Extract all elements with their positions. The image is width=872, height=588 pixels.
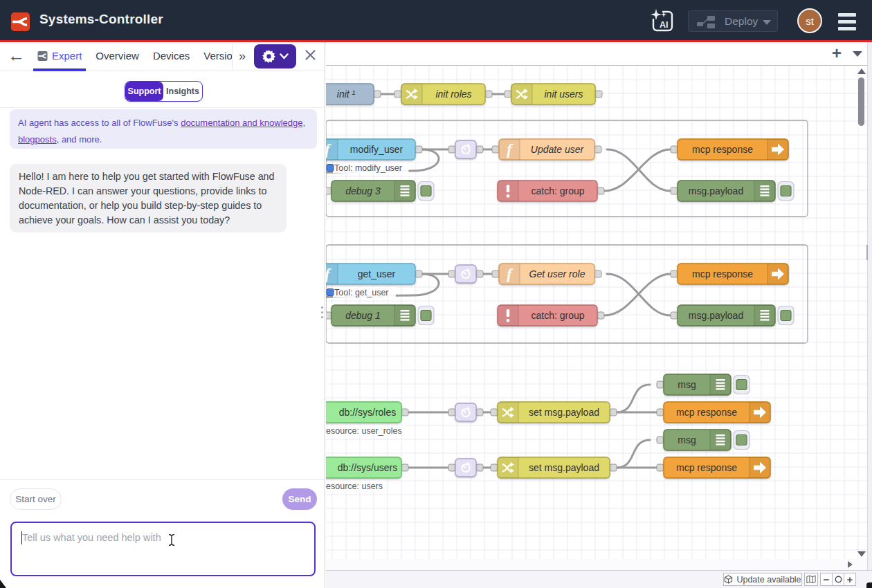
flow-canvas[interactable]: init ¹init rolesinit usersfmodify_userTo… — [326, 66, 867, 559]
flow-node-mcp3[interactable]: mcp response — [657, 402, 770, 423]
port-out[interactable] — [594, 270, 601, 277]
tab-version-history[interactable]: Version History — [197, 42, 232, 69]
tab-expert[interactable]: Expert — [30, 42, 89, 69]
wire[interactable] — [617, 385, 650, 412]
flow-node-dbroles[interactable]: db://sys/rolesResource: user_roles — [326, 402, 408, 436]
flow-node-debug1[interactable]: debug 1 — [326, 305, 434, 326]
flow-node-init[interactable]: init ¹ — [326, 84, 381, 104]
port-out[interactable] — [485, 91, 492, 98]
flow-node-msg1[interactable]: msg — [657, 374, 750, 395]
wire[interactable] — [604, 274, 671, 315]
port-in[interactable] — [448, 409, 455, 416]
flow-node-initroles[interactable]: init roles — [394, 84, 492, 104]
send-button[interactable]: Send — [282, 488, 317, 510]
port-out[interactable] — [374, 91, 381, 98]
back-arrow-icon[interactable]: ← — [8, 47, 24, 65]
tab-devices[interactable]: Devices — [146, 42, 197, 69]
add-flow-button[interactable]: + — [828, 44, 846, 62]
scroll-up-icon[interactable] — [857, 68, 866, 74]
port-in[interactable] — [491, 409, 498, 416]
panel-resize-grip[interactable] — [320, 306, 324, 322]
message-input[interactable]: Tell us what you need help with — [10, 522, 316, 576]
port-out[interactable] — [594, 146, 601, 153]
debug-toggle-state[interactable] — [736, 380, 747, 390]
zoom-in-button[interactable]: + — [844, 573, 856, 586]
update-available-button[interactable]: Update available — [723, 573, 802, 586]
navigator-button[interactable] — [804, 573, 818, 586]
flow-node-modify[interactable]: fmodify_userTool: modify_user — [326, 139, 422, 173]
port-out[interactable] — [476, 464, 483, 471]
port-out[interactable] — [401, 409, 408, 416]
toggle-option-insights[interactable]: Insights — [163, 82, 202, 101]
port-out[interactable] — [415, 270, 422, 277]
deploy-button[interactable]: Deploy — [688, 10, 778, 32]
canvas-vscrollbar-thumb[interactable] — [858, 77, 864, 126]
wire[interactable] — [617, 440, 650, 468]
list-flows-icon[interactable] — [852, 48, 863, 59]
port-out[interactable] — [401, 464, 408, 471]
port-in[interactable] — [657, 381, 664, 388]
flow-node-getrole[interactable]: fGet user role — [492, 264, 601, 284]
flow-node-set2[interactable]: set msg.payload — [491, 457, 617, 478]
flow-node-delay1[interactable] — [448, 140, 483, 158]
wire[interactable] — [604, 149, 671, 191]
flow-node-set1[interactable]: set msg.payload — [491, 402, 617, 423]
tab-overview[interactable]: Overview — [89, 42, 146, 69]
scroll-right-icon[interactable] — [848, 561, 853, 568]
flowfuse-logo-icon[interactable] — [11, 12, 30, 31]
port-out[interactable] — [595, 91, 602, 98]
info-link[interactable]: documentation and knowledge — [181, 118, 302, 128]
flow-node-mcp1[interactable]: mcp response — [671, 139, 788, 160]
flow-node-delay3[interactable] — [448, 403, 483, 421]
settings-dropdown-button[interactable] — [254, 44, 296, 68]
port-out[interactable] — [476, 146, 483, 153]
deploy-caret-icon[interactable] — [763, 20, 771, 25]
flow-node-msg2[interactable]: msg — [657, 430, 750, 450]
flow-node-mcp4[interactable]: mcp response — [657, 457, 770, 478]
tabs-overflow-icon[interactable]: » — [235, 48, 249, 64]
port-in[interactable] — [448, 270, 455, 277]
port-in[interactable] — [326, 312, 331, 319]
port-out[interactable] — [610, 464, 617, 471]
flow-node-catch1[interactable]: catch: group — [498, 181, 604, 201]
flow-node-delay4[interactable] — [448, 459, 483, 477]
port-out[interactable] — [610, 409, 617, 416]
sidebar-edge-handle[interactable] — [866, 245, 868, 260]
port-in[interactable] — [671, 270, 678, 277]
flow-node-catch2[interactable]: catch: group — [498, 305, 604, 326]
start-over-button[interactable]: Start over — [10, 488, 62, 510]
debug-toggle-state[interactable] — [421, 311, 431, 321]
scroll-down-icon[interactable] — [857, 551, 866, 557]
flow-node-mcp2[interactable]: mcp response — [671, 264, 788, 284]
port-in[interactable] — [657, 409, 664, 416]
debug-toggle-state[interactable] — [421, 186, 431, 196]
port-in[interactable] — [492, 146, 499, 153]
flow-node-delay2[interactable] — [448, 265, 483, 283]
debug-toggle-state[interactable] — [736, 435, 747, 445]
debug-toggle-state[interactable] — [781, 186, 791, 196]
port-in[interactable] — [671, 146, 678, 153]
info-link[interactable]: blogposts — [18, 134, 57, 145]
port-in[interactable] — [657, 437, 664, 443]
toggle-option-support[interactable]: Support — [125, 82, 163, 101]
zoom-reset-button[interactable] — [832, 573, 844, 586]
port-in[interactable] — [671, 187, 678, 194]
flow-node-dbusers[interactable]: db://sys/usersResource: users — [326, 457, 408, 491]
port-in[interactable] — [394, 91, 401, 98]
port-in[interactable] — [657, 464, 664, 471]
port-out[interactable] — [597, 312, 604, 319]
port-in[interactable] — [491, 464, 498, 471]
user-avatar[interactable]: st — [797, 8, 822, 33]
ai-assistant-icon[interactable]: AI — [651, 9, 674, 33]
close-panel-icon[interactable] — [304, 50, 316, 62]
flow-node-getuser[interactable]: fget_userTool: get_user — [326, 264, 422, 297]
flow-node-update[interactable]: fUpdate user — [492, 139, 601, 160]
port-out[interactable] — [597, 187, 604, 194]
main-menu-icon[interactable] — [838, 13, 856, 32]
canvas-hscrollbar[interactable] — [326, 559, 867, 570]
port-in[interactable] — [492, 270, 499, 277]
debug-toggle-state[interactable] — [781, 311, 791, 321]
zoom-out-button[interactable]: − — [820, 573, 833, 586]
port-out[interactable] — [476, 270, 483, 277]
flow-node-initusers[interactable]: init users — [505, 84, 602, 104]
